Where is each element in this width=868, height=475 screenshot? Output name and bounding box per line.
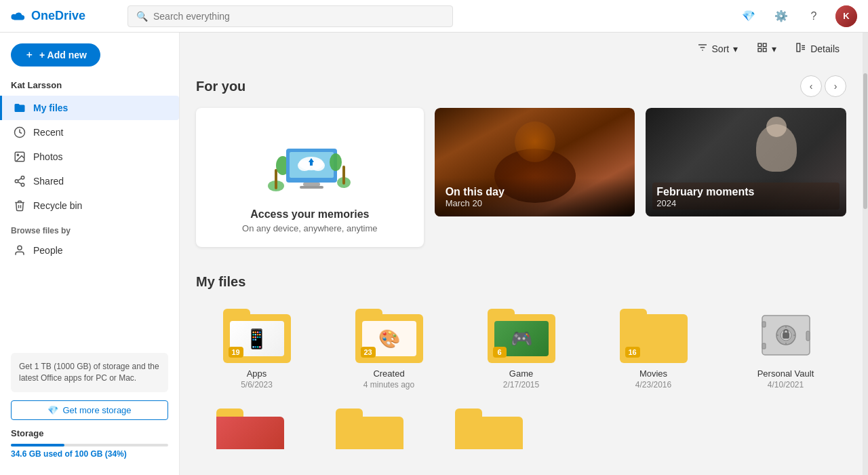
sidebar-item-my-files[interactable]: My files [0,96,179,120]
premium-icon[interactable]: 💎 [738,5,760,27]
clock-icon [13,126,26,139]
memory-card-access[interactable]: Access your memories On any device, anyw… [196,108,424,247]
svg-rect-43 [762,322,766,327]
for-you-header: For you ‹ › [196,64,846,97]
access-memories-subtitle: On any device, anywhere, anytime [242,223,377,233]
grid-icon [757,42,768,55]
svg-point-2 [17,154,18,155]
sidebar-item-label: Recent [33,127,63,138]
game-thumbnail: 🎮 [511,328,532,349]
created-name: Created [373,368,404,379]
game-badge: 6 [493,347,507,358]
created-date: 4 minutes ago [363,380,414,390]
carousel-prev-button[interactable]: ‹ [800,75,822,97]
svg-rect-30 [303,183,320,186]
folder-item-personal-vault[interactable]: Personal Vault 4/10/2021 [725,301,846,398]
folder-partial-1[interactable] [196,408,304,449]
my-files-header: My files [196,263,846,290]
svg-point-3 [21,176,24,180]
header: OneDrive 🔍 💎 ⚙️ ? K [0,0,868,33]
svg-point-8 [18,246,22,250]
logo-text: OneDrive [31,9,85,23]
svg-rect-31 [300,186,323,189]
search-bar[interactable]: 🔍 [127,5,453,27]
add-new-button[interactable]: ＋ + Add new [11,43,100,66]
svg-rect-33 [342,166,345,185]
plus-icon: ＋ [24,49,34,61]
settings-icon[interactable]: ⚙️ [770,5,792,27]
memory-card-february[interactable]: February moments 2024 [646,108,846,247]
storage-used: 34.6 GB [11,449,41,459]
folder-item-apps[interactable]: 📱 19 Apps 5/6/2023 [196,301,317,398]
february-moments-overlay: February moments 2024 [646,178,846,216]
scrollbar-thumb[interactable] [863,73,867,209]
add-new-label: + Add new [39,50,87,60]
details-label: Details [810,43,840,54]
svg-rect-21 [275,169,277,189]
memory-card-on-this-day[interactable]: On this day March 20 [435,108,635,247]
help-icon[interactable]: ? [803,5,825,27]
files-grid: 📱 19 Apps 5/6/2023 🎨 [196,301,846,398]
svg-rect-12 [758,43,762,47]
folder-item-created[interactable]: 🎨 23 Created 4 minutes ago [328,301,450,398]
movies-date: 4/23/2016 [635,380,671,390]
sort-label: Sort [712,43,730,54]
movies-badge: 16 [625,347,640,358]
details-button[interactable]: Details [789,38,846,59]
view-chevron-icon: ▾ [772,43,776,54]
svg-rect-13 [764,43,767,47]
on-this-day-subtitle: March 20 [446,198,625,208]
on-this-day-overlay: On this day March 20 [435,178,635,216]
storage-summary-text: used of 100 GB (34%) [43,449,127,459]
search-input[interactable] [153,11,444,22]
memories-illustration [262,128,357,196]
sidebar-item-people[interactable]: People [0,238,179,263]
svg-point-34 [330,153,342,171]
avatar[interactable]: K [835,5,857,27]
sidebar-item-recycle-bin[interactable]: Recycle bin [0,193,179,218]
game-date: 2/17/2015 [503,380,539,390]
header-actions: 💎 ⚙️ ? K [738,5,857,27]
trash-icon [13,199,26,212]
svg-rect-45 [806,331,810,341]
storage-promo: Get 1 TB (1000 GB) of storage and the la… [11,353,168,392]
vault-svg [759,312,813,360]
vault-name: Personal Vault [757,368,814,379]
my-files-section: My files 📱 19 Apps 5/6/202 [180,263,863,466]
folder-icon-wrap: 📱 19 [223,309,291,363]
scrollbar-track [863,33,868,475]
created-thumbnail: 🎨 [378,328,400,349]
sort-button[interactable]: Sort ▾ [690,38,745,59]
logo[interactable]: OneDrive [11,9,119,24]
folder-partial-2[interactable] [315,408,424,449]
storage-section: Get 1 TB (1000 GB) of storage and the la… [0,342,179,470]
sort-icon [697,42,708,55]
get-more-storage-button[interactable]: 💎 Get more storage [11,400,168,420]
share-icon [13,174,26,188]
sidebar-item-label: Photos [33,151,63,162]
sort-chevron-icon: ▾ [733,43,738,54]
storage-bar: 34.6 GB used of 100 GB (34%) [11,444,168,459]
folder-partial-3[interactable] [435,408,543,449]
files-grid-bottom-row [196,408,846,449]
folder-item-game[interactable]: 🎮 6 Game 2/17/2015 [460,301,582,398]
main-content: Sort ▾ ▾ Details For you ‹ [180,33,863,475]
game-name: Game [509,368,533,379]
main-layout: ＋ + Add new Kat Larsson My files Recent … [0,33,868,475]
for-you-title: For you [196,79,245,94]
sidebar-item-shared[interactable]: Shared [0,169,179,193]
folder-item-movies[interactable]: 16 Movies 4/23/2016 [593,301,714,398]
view-toggle-button[interactable]: ▾ [750,38,783,59]
carousel-next-button[interactable]: › [825,75,846,97]
sidebar-item-recent[interactable]: Recent [0,120,179,145]
folder-icon [13,101,26,115]
svg-rect-38 [783,332,789,339]
sidebar-item-photos[interactable]: Photos [0,145,179,169]
get-storage-label: Get more storage [62,405,131,415]
folder-icon-wrap: 🎨 23 [355,309,423,363]
sidebar: ＋ + Add new Kat Larsson My files Recent … [0,33,180,475]
search-icon: 🔍 [136,11,148,22]
my-files-title: My files [196,274,245,290]
onedrive-logo-icon [11,9,26,24]
svg-rect-15 [764,48,767,52]
